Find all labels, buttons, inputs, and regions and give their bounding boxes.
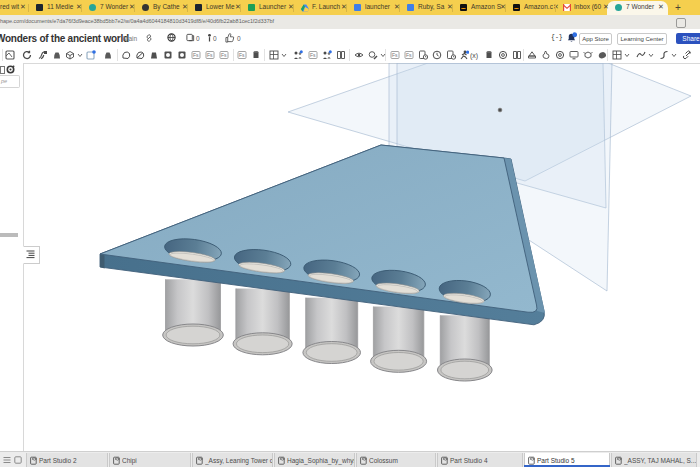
svg-text:Fs: Fs: [207, 52, 213, 58]
svg-text:Fs: Fs: [239, 52, 245, 58]
svg-text:Fs: Fs: [193, 52, 199, 58]
svg-text:Fs: Fs: [406, 52, 412, 58]
svg-text:Fs: Fs: [221, 52, 227, 58]
svg-text:Fs: Fs: [310, 52, 316, 58]
svg-text:(x): (x): [470, 52, 478, 60]
svg-text:Fs: Fs: [392, 52, 398, 58]
